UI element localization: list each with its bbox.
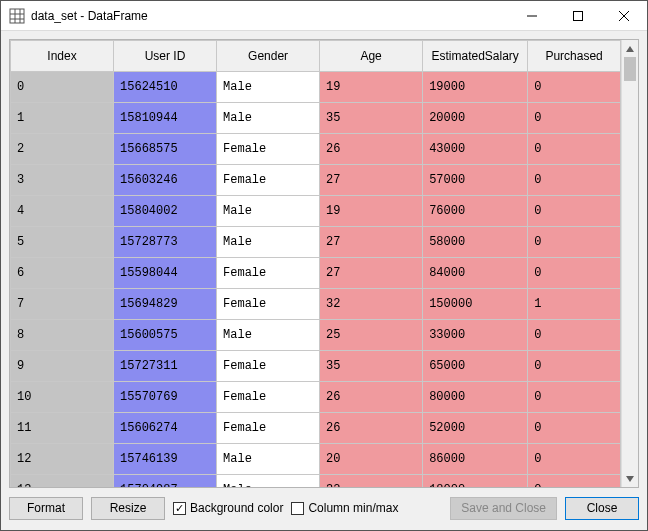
cell-index[interactable]: 8 (11, 320, 114, 351)
cell-age[interactable]: 27 (320, 227, 423, 258)
scroll-down-arrow[interactable] (622, 470, 638, 487)
cell-salary[interactable]: 76000 (423, 196, 528, 227)
cell-gender[interactable]: Male (217, 444, 320, 475)
cell-userid[interactable]: 15746139 (114, 444, 217, 475)
maximize-button[interactable] (555, 1, 601, 30)
cell-purchased[interactable]: 1 (528, 289, 621, 320)
cell-gender[interactable]: Female (217, 165, 320, 196)
cell-index[interactable]: 4 (11, 196, 114, 227)
cell-purchased[interactable]: 0 (528, 475, 621, 488)
cell-userid[interactable]: 15603246 (114, 165, 217, 196)
cell-salary[interactable]: 20000 (423, 103, 528, 134)
cell-salary[interactable]: 86000 (423, 444, 528, 475)
minimize-button[interactable] (509, 1, 555, 30)
table-row[interactable]: 1115606274Female26520000 (11, 413, 621, 444)
table-row[interactable]: 015624510Male19190000 (11, 72, 621, 103)
data-grid[interactable]: Index User ID Gender Age EstimatedSalary… (10, 40, 621, 487)
cell-age[interactable]: 25 (320, 320, 423, 351)
cell-salary[interactable]: 84000 (423, 258, 528, 289)
cell-index[interactable]: 13 (11, 475, 114, 488)
cell-index[interactable]: 6 (11, 258, 114, 289)
cell-purchased[interactable]: 0 (528, 351, 621, 382)
cell-gender[interactable]: Male (217, 227, 320, 258)
cell-index[interactable]: 5 (11, 227, 114, 258)
cell-userid[interactable]: 15600575 (114, 320, 217, 351)
cell-gender[interactable]: Female (217, 413, 320, 444)
cell-age[interactable]: 32 (320, 475, 423, 488)
cell-salary[interactable]: 18000 (423, 475, 528, 488)
cell-age[interactable]: 20 (320, 444, 423, 475)
cell-purchased[interactable]: 0 (528, 413, 621, 444)
table-row[interactable]: 615598044Female27840000 (11, 258, 621, 289)
scroll-thumb[interactable] (624, 57, 636, 81)
cell-userid[interactable]: 15727311 (114, 351, 217, 382)
cell-age[interactable]: 32 (320, 289, 423, 320)
cell-purchased[interactable]: 0 (528, 382, 621, 413)
cell-salary[interactable]: 58000 (423, 227, 528, 258)
cell-index[interactable]: 10 (11, 382, 114, 413)
cell-userid[interactable]: 15668575 (114, 134, 217, 165)
table-row[interactable]: 715694829Female321500001 (11, 289, 621, 320)
table-row[interactable]: 1015570769Female26800000 (11, 382, 621, 413)
table-row[interactable]: 1315704987Male32180000 (11, 475, 621, 488)
titlebar[interactable]: data_set - DataFrame (1, 1, 647, 31)
close-button[interactable]: Close (565, 497, 639, 520)
cell-salary[interactable]: 80000 (423, 382, 528, 413)
cell-userid[interactable]: 15624510 (114, 72, 217, 103)
col-header-salary[interactable]: EstimatedSalary (423, 41, 528, 72)
format-button[interactable]: Format (9, 497, 83, 520)
cell-gender[interactable]: Male (217, 103, 320, 134)
cell-index[interactable]: 9 (11, 351, 114, 382)
cell-userid[interactable]: 15804002 (114, 196, 217, 227)
col-header-userid[interactable]: User ID (114, 41, 217, 72)
cell-age[interactable]: 35 (320, 351, 423, 382)
cell-index[interactable]: 3 (11, 165, 114, 196)
cell-userid[interactable]: 15598044 (114, 258, 217, 289)
cell-salary[interactable]: 33000 (423, 320, 528, 351)
cell-purchased[interactable]: 0 (528, 227, 621, 258)
cell-age[interactable]: 19 (320, 196, 423, 227)
cell-userid[interactable]: 15728773 (114, 227, 217, 258)
cell-userid[interactable]: 15606274 (114, 413, 217, 444)
cell-gender[interactable]: Female (217, 382, 320, 413)
table-row[interactable]: 315603246Female27570000 (11, 165, 621, 196)
cell-age[interactable]: 35 (320, 103, 423, 134)
cell-age[interactable]: 19 (320, 72, 423, 103)
scroll-track[interactable] (622, 57, 638, 470)
col-header-purchased[interactable]: Purchased (528, 41, 621, 72)
cell-gender[interactable]: Female (217, 134, 320, 165)
cell-purchased[interactable]: 0 (528, 134, 621, 165)
cell-index[interactable]: 2 (11, 134, 114, 165)
close-window-button[interactable] (601, 1, 647, 30)
cell-userid[interactable]: 15694829 (114, 289, 217, 320)
cell-salary[interactable]: 19000 (423, 72, 528, 103)
cell-userid[interactable]: 15570769 (114, 382, 217, 413)
cell-age[interactable]: 27 (320, 258, 423, 289)
cell-userid[interactable]: 15704987 (114, 475, 217, 488)
col-header-index[interactable]: Index (11, 41, 114, 72)
cell-gender[interactable]: Male (217, 72, 320, 103)
cell-gender[interactable]: Male (217, 196, 320, 227)
table-row[interactable]: 215668575Female26430000 (11, 134, 621, 165)
cell-purchased[interactable]: 0 (528, 72, 621, 103)
cell-salary[interactable]: 52000 (423, 413, 528, 444)
table-row[interactable]: 415804002Male19760000 (11, 196, 621, 227)
cell-purchased[interactable]: 0 (528, 103, 621, 134)
col-header-age[interactable]: Age (320, 41, 423, 72)
cell-salary[interactable]: 150000 (423, 289, 528, 320)
cell-gender[interactable]: Female (217, 351, 320, 382)
cell-purchased[interactable]: 0 (528, 196, 621, 227)
cell-userid[interactable]: 15810944 (114, 103, 217, 134)
cell-index[interactable]: 11 (11, 413, 114, 444)
cell-age[interactable]: 26 (320, 413, 423, 444)
cell-salary[interactable]: 43000 (423, 134, 528, 165)
cell-age[interactable]: 26 (320, 382, 423, 413)
cell-salary[interactable]: 57000 (423, 165, 528, 196)
table-row[interactable]: 915727311Female35650000 (11, 351, 621, 382)
table-row[interactable]: 1215746139Male20860000 (11, 444, 621, 475)
cell-index[interactable]: 0 (11, 72, 114, 103)
cell-gender[interactable]: Female (217, 258, 320, 289)
table-row[interactable]: 115810944Male35200000 (11, 103, 621, 134)
table-row[interactable]: 515728773Male27580000 (11, 227, 621, 258)
cell-gender[interactable]: Male (217, 475, 320, 488)
